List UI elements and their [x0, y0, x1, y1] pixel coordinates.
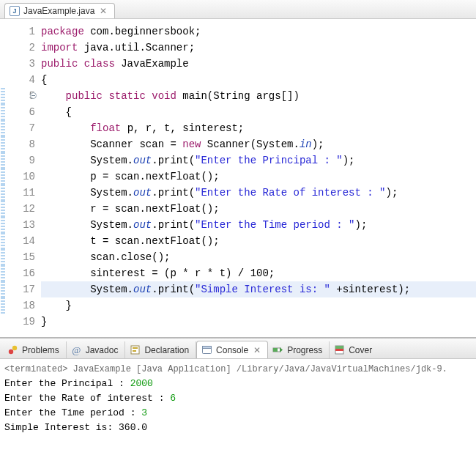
change-marker — [1, 169, 5, 185]
code-line[interactable]: } — [41, 314, 476, 330]
tab-label: Progress — [287, 345, 322, 355]
line-number: 3 — [7, 56, 35, 72]
tab-progress[interactable]: Progress — [268, 341, 330, 358]
code-line[interactable]: public class JavaExample — [41, 56, 476, 72]
line-number: 11 — [7, 185, 35, 201]
line-number: 1 — [7, 23, 35, 40]
line-number: 10 — [7, 169, 35, 185]
code-line[interactable]: package com.beginnersbook; — [41, 23, 476, 40]
code-line[interactable]: System.out.print("Simple Interest is: " … — [41, 281, 476, 297]
tab-label: Console — [216, 345, 248, 355]
change-marker — [0, 40, 7, 56]
code-line[interactable]: import java.util.Scanner; — [41, 40, 476, 56]
tab-javadoc[interactable]: @ Javadoc — [67, 341, 126, 358]
change-marker — [1, 217, 5, 233]
console-line: Simple Interest is: 360.0 — [4, 421, 472, 435]
line-number-gutter: 12345678910111213141516171819 — [7, 23, 41, 330]
tab-label: Cover — [349, 345, 372, 355]
tab-label: Javadoc — [86, 345, 119, 355]
change-marker — [1, 120, 5, 136]
line-number: 15 — [7, 249, 35, 265]
line-number: 18 — [7, 297, 35, 314]
tab-label: Declaration — [144, 345, 189, 355]
change-marker — [1, 249, 5, 265]
javadoc-icon: @ — [71, 344, 82, 355]
code-line[interactable]: Scanner scan = new Scanner(System.in); — [41, 136, 476, 152]
code-line[interactable]: scan.close(); — [41, 249, 476, 265]
console-line: Enter the Time period : 3 — [4, 406, 472, 421]
tab-console[interactable]: Console ✕ — [196, 341, 268, 359]
change-marker — [1, 265, 5, 281]
coverage-icon — [334, 344, 345, 355]
declaration-icon — [130, 344, 141, 355]
change-marker — [1, 88, 5, 104]
tab-declaration[interactable]: Declaration — [125, 341, 196, 358]
tab-problems[interactable]: Problems — [3, 341, 67, 358]
code-line[interactable]: System.out.print("Enter the Rate of inte… — [41, 185, 476, 201]
line-number: 7 — [7, 120, 35, 136]
code-editor[interactable]: 12345678910111213141516171819 package co… — [0, 19, 476, 337]
svg-rect-4 — [133, 350, 136, 352]
console-status-line: <terminated> JavaExample [Java Applicati… — [4, 362, 472, 377]
bottom-pane: Problems @ Javadoc Declaration Console ✕… — [0, 338, 476, 438]
console-user-input: 6 — [170, 393, 176, 404]
change-marker — [1, 185, 5, 201]
code-line[interactable]: float p, r, t, sinterest; — [41, 120, 476, 136]
change-marker — [1, 136, 5, 152]
tab-label: Problems — [22, 345, 59, 355]
svg-point-1 — [12, 346, 17, 350]
svg-rect-6 — [203, 347, 212, 349]
close-icon[interactable]: ✕ — [253, 345, 261, 355]
svg-rect-8 — [273, 348, 278, 352]
change-marker — [0, 72, 7, 88]
svg-rect-3 — [133, 347, 138, 349]
change-marker — [1, 152, 5, 169]
line-number: 19 — [7, 314, 35, 330]
console-output[interactable]: <terminated> JavaExample [Java Applicati… — [0, 359, 476, 438]
svg-rect-11 — [335, 349, 343, 351]
line-number: 8 — [7, 136, 35, 152]
svg-rect-2 — [131, 346, 139, 354]
change-marker — [1, 297, 5, 314]
line-number: 5 — [7, 88, 35, 104]
close-icon[interactable]: ✕ — [100, 6, 107, 16]
progress-icon — [272, 344, 283, 355]
code-line[interactable]: { — [41, 104, 476, 120]
editor-pane: J JavaExample.java ✕ 1234567891011121314… — [0, 0, 476, 338]
change-marker — [1, 233, 5, 249]
line-number: 2 — [7, 40, 35, 56]
console-user-input: 2000 — [130, 378, 153, 389]
fold-toggle-icon[interactable] — [30, 92, 37, 99]
line-number: 9 — [7, 152, 35, 169]
code-line[interactable]: t = scan.nextFloat(); — [41, 233, 476, 249]
change-marker — [0, 23, 7, 40]
code-line[interactable]: System.out.print("Enter the Time period … — [41, 217, 476, 233]
code-line[interactable]: public static void main(String args[]) — [41, 88, 476, 104]
code-line[interactable]: sinterest = (p * r * t) / 100; — [41, 265, 476, 281]
code-text[interactable]: package com.beginnersbook;import java.ut… — [41, 23, 476, 330]
line-number: 16 — [7, 265, 35, 281]
change-marker — [1, 201, 5, 217]
java-file-icon: J — [10, 6, 20, 16]
editor-tab-bar: J JavaExample.java ✕ — [0, 0, 476, 19]
line-number: 17 — [7, 281, 35, 297]
code-line[interactable]: r = scan.nextFloat(); — [41, 201, 476, 217]
svg-rect-10 — [335, 346, 343, 349]
editor-tab-javaexample[interactable]: J JavaExample.java ✕ — [4, 3, 115, 18]
line-number: 6 — [7, 104, 35, 120]
console-line: Enter the Rate of interest : 6 — [4, 391, 472, 406]
line-number: 12 — [7, 201, 35, 217]
tab-coverage[interactable]: Cover — [330, 341, 379, 358]
line-number: 13 — [7, 217, 35, 233]
change-marker — [1, 281, 5, 297]
code-line[interactable]: } — [41, 297, 476, 314]
code-line[interactable]: System.out.print("Enter the Principal : … — [41, 152, 476, 169]
code-line[interactable]: p = scan.nextFloat(); — [41, 169, 476, 185]
code-line[interactable]: { — [41, 72, 476, 88]
line-number: 14 — [7, 233, 35, 249]
console-line: Enter the Principal : 2000 — [4, 377, 472, 391]
change-marker — [0, 314, 7, 330]
editor-tab-label: JavaExample.java — [23, 6, 94, 16]
line-number: 4 — [7, 72, 35, 88]
bottom-tab-bar: Problems @ Javadoc Declaration Console ✕… — [0, 339, 476, 359]
